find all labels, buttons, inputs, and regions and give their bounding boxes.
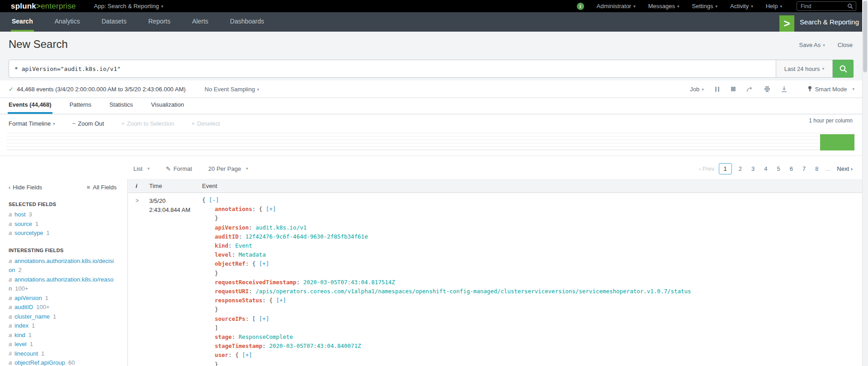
- appbar-tab-datasets[interactable]: Datasets: [101, 12, 127, 32]
- result-tab-patterns[interactable]: Patterns: [69, 101, 92, 114]
- expand-event-icon[interactable]: >: [128, 196, 149, 366]
- result-tab-visualization[interactable]: Visualization: [150, 101, 185, 114]
- field-kind[interactable]: akind1: [9, 331, 117, 340]
- topbar-menu-help[interactable]: Help▾: [766, 3, 782, 9]
- zoom-out-button[interactable]: −Zoom Out: [72, 120, 104, 127]
- appbar-tab-reports[interactable]: Reports: [147, 12, 171, 32]
- timeline-gridline: [7, 133, 854, 133]
- result-tab-events[interactable]: Events (44,468): [8, 101, 52, 114]
- pause-icon[interactable]: [715, 87, 720, 92]
- topbar-menus: i Administrator▾Messages▾Settings▾Activi…: [577, 1, 856, 11]
- appbar-tab-analytics[interactable]: Analytics: [54, 12, 81, 32]
- list-view-menu[interactable]: List▾: [133, 165, 150, 172]
- field-objectRef.apiGroup[interactable]: aobjectRef.apiGroup60: [9, 358, 117, 366]
- timeline-gridline: [7, 146, 854, 147]
- timeline-bar[interactable]: [820, 134, 854, 150]
- list-icon: ≡: [87, 184, 90, 191]
- page-button-4[interactable]: 4: [761, 164, 770, 174]
- json-toggle[interactable]: [+]: [259, 315, 269, 322]
- field-cluster_name[interactable]: acluster_name1: [9, 312, 117, 322]
- deselect-label: Deselect: [197, 120, 220, 127]
- next-page-button[interactable]: Next ›: [837, 165, 853, 172]
- field-host[interactable]: ahost3: [9, 210, 117, 220]
- search-query-input[interactable]: [9, 60, 776, 78]
- events-summary: 44,468 events (3/4/20 2:00:00.000 AM to …: [17, 86, 186, 93]
- page-button-3[interactable]: 3: [749, 164, 757, 174]
- page-button-5[interactable]: 5: [774, 164, 783, 174]
- save-as-button[interactable]: Save As▾: [799, 42, 825, 48]
- splunk-logo[interactable]: splunk>enterprise: [11, 2, 76, 11]
- field-count: 100+: [15, 285, 28, 292]
- app-context-menu[interactable]: App: Search & Reporting▾: [94, 3, 163, 9]
- topbar-menu-activity[interactable]: Activity▾: [730, 3, 753, 9]
- result-tab-statistics[interactable]: Statistics: [108, 101, 134, 114]
- json-toggle[interactable]: [+]: [259, 260, 269, 267]
- time-range-label: Last 24 hours: [784, 66, 820, 72]
- topbar-menu-administrator[interactable]: Administrator▾: [597, 3, 636, 9]
- page-scrollbar[interactable]: [862, 0, 868, 366]
- appbar-tab-search[interactable]: Search: [11, 12, 34, 32]
- page-button-2[interactable]: 2: [736, 164, 745, 174]
- json-key: requestReceivedTimestamp: [215, 279, 297, 286]
- field-name: objectRef.apiGroup: [14, 359, 65, 366]
- per-page-menu[interactable]: 20 Per Page▾: [208, 165, 248, 172]
- prev-page-button[interactable]: ‹ Prev: [699, 165, 715, 172]
- appbar-tab-alerts[interactable]: Alerts: [191, 12, 209, 32]
- events-list: i Time Event > 3/5/20 2:43:04.844 AM { […: [128, 179, 868, 366]
- splunk-search-app: splunk>enterprise App: Search & Reportin…: [0, 0, 868, 366]
- export-icon[interactable]: [781, 86, 787, 92]
- find-input[interactable]: [800, 3, 847, 10]
- all-fields-button[interactable]: ≡All Fields: [87, 184, 117, 191]
- search-icon[interactable]: [847, 3, 853, 9]
- json-toggle[interactable]: [+]: [242, 352, 252, 358]
- event-json-line: kind: Event: [202, 241, 691, 250]
- job-menu[interactable]: Job▾: [690, 86, 704, 93]
- field-level[interactable]: alevel1: [9, 340, 117, 349]
- topbar-menu-messages[interactable]: Messages▾: [648, 3, 679, 9]
- field-linecount[interactable]: #linecount1: [9, 349, 117, 359]
- json-punct: : {: [228, 352, 242, 358]
- json-punct: :: [249, 288, 255, 295]
- field-source[interactable]: asource1: [9, 220, 117, 229]
- field-annotations.authorization.k8s.io/reason[interactable]: aannotations.authorization.k8s.io/reason…: [9, 275, 117, 294]
- json-key: objectRef: [215, 260, 245, 267]
- page-button-6[interactable]: 6: [787, 164, 796, 174]
- appbar-tab-dashboards[interactable]: Dashboards: [229, 12, 265, 32]
- topbar-menu-settings[interactable]: Settings▾: [692, 3, 718, 9]
- format-timeline-menu[interactable]: Format Timeline▾: [9, 120, 55, 127]
- search-button[interactable]: [833, 60, 854, 78]
- print-icon[interactable]: [764, 86, 770, 92]
- time-range-picker[interactable]: Last 24 hours▾: [776, 60, 833, 78]
- app-identity[interactable]: > Search & Reporting: [779, 12, 868, 32]
- json-toggle[interactable]: [+]: [266, 206, 276, 212]
- field-auditID[interactable]: aauditID100+: [9, 303, 117, 312]
- field-apiVersion[interactable]: aapiVersion1: [9, 294, 117, 303]
- deselect-button[interactable]: ×Deselect: [192, 120, 220, 127]
- json-punct: }: [215, 270, 218, 277]
- field-index[interactable]: aindex1: [9, 321, 117, 331]
- format-menu[interactable]: ✎Format: [166, 165, 192, 172]
- stop-icon[interactable]: [731, 87, 736, 91]
- fields-sidebar: ‹Hide Fields ≡All Fields SELECTED FIELDS…: [0, 179, 128, 366]
- search-mode-menu[interactable]: Smart Mode▾: [808, 86, 854, 93]
- share-icon[interactable]: [746, 86, 753, 92]
- field-name: level: [14, 341, 27, 347]
- event-sampling-menu[interactable]: No Event Sampling▾: [205, 86, 259, 93]
- event-clock: 2:43:04.844 AM: [149, 206, 202, 215]
- json-key: kind: [215, 242, 228, 249]
- field-annotations.authorization.k8s.io/decision[interactable]: aannotations.authorization.k8s.io/decisi…: [9, 257, 117, 275]
- scrollbar-thumb[interactable]: [863, 1, 867, 72]
- chevron-down-icon: ▾: [822, 66, 825, 71]
- page-button-7[interactable]: 7: [800, 164, 808, 174]
- info-icon[interactable]: i: [577, 3, 584, 10]
- zoom-to-selection-button[interactable]: +Zoom to Selection: [121, 120, 174, 127]
- search-header: New Search Save As▾ Close Last 24 hours▾: [0, 32, 868, 80]
- page-button-8[interactable]: 8: [812, 164, 821, 174]
- page-button-1[interactable]: 1: [719, 163, 732, 174]
- hide-fields-button[interactable]: ‹Hide Fields: [9, 184, 42, 191]
- close-button[interactable]: Close: [838, 42, 853, 48]
- json-toggle[interactable]: [+]: [276, 297, 286, 304]
- json-toggle[interactable]: [-]: [209, 197, 219, 203]
- field-sourcetype[interactable]: asourcetype1: [9, 229, 117, 238]
- timeline-histogram[interactable]: [7, 133, 854, 150]
